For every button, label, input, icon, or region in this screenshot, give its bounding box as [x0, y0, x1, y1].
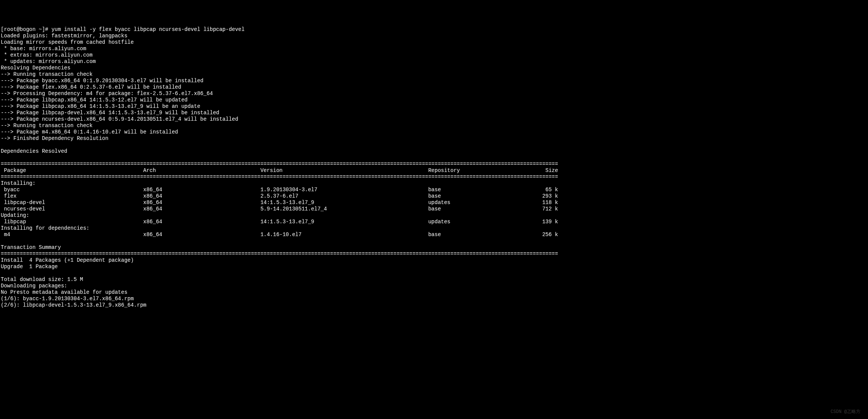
no-presto: No Presto metadata available for updates — [1, 289, 127, 295]
table-row: libpcap x86_64 14:1.5.3-13.el7_9 updates… — [1, 219, 558, 225]
table-row: m4 x86_64 1.4.16-10.el7 base 256 k — [1, 232, 558, 238]
resolving-line: --> Running transaction check — [1, 123, 93, 129]
resolving-line: ---> Package libpcap-devel.x86_64 14:1.5… — [1, 110, 219, 116]
installing-label: Installing: — [1, 180, 35, 186]
resolving-line: ---> Package flex.x86_64 0:2.5.37-6.el7 … — [1, 84, 181, 90]
resolving-line: ---> Package libpcap.x86_64 14:1.5.3-13.… — [1, 103, 200, 109]
download-line: (2/6): libpcap-devel-1.5.3-13.el7_9.x86_… — [1, 302, 146, 308]
separator: ========================================… — [1, 161, 558, 167]
table-row: ncurses-devel x86_64 5.9-14.20130511.el7… — [1, 206, 558, 212]
deps-resolved: Dependencies Resolved — [1, 148, 67, 154]
installing-deps-label: Installing for dependencies: — [1, 225, 89, 231]
loading-line: * extras: mirrors.aliyun.com — [1, 52, 93, 58]
separator: ========================================… — [1, 251, 558, 257]
loading-line: * base: mirrors.aliyun.com — [1, 46, 86, 52]
updating-label: Updating: — [1, 212, 29, 218]
loading-line: Loaded plugins: fastestmirror, langpacks — [1, 33, 127, 39]
install-summary: Install 4 Packages (+1 Dependent package… — [1, 257, 134, 263]
resolving-line: --> Running transaction check — [1, 71, 93, 77]
resolving-header: Resolving Dependencies — [1, 65, 70, 71]
prompt-line: [root@bogon ~]# yum install -y flex byac… — [1, 26, 245, 32]
download-line: (1/6): byacc-1.9.20130304-3.el7.x86_64.r… — [1, 296, 134, 302]
resolving-line: ---> Package byacc.x86_64 0:1.9.20130304… — [1, 78, 204, 84]
loading-line: * updates: mirrors.aliyun.com — [1, 58, 96, 64]
table-row: libpcap-devel x86_64 14:1.5.3-13.el7_9 u… — [1, 200, 558, 206]
upgrade-summary: Upgrade 1 Package — [1, 264, 58, 270]
resolving-line: ---> Package m4.x86_64 0:1.4.16-10.el7 w… — [1, 129, 178, 135]
transaction-summary: Transaction Summary — [1, 244, 61, 250]
separator: ========================================… — [1, 174, 558, 180]
download-size: Total download size: 1.5 M — [1, 276, 83, 282]
resolving-line: ---> Package libpcap.x86_64 14:1.5.3-12.… — [1, 97, 188, 103]
downloading: Downloading packages: — [1, 283, 67, 289]
table-row: flex x86_64 2.5.37-6.el7 base 293 k — [1, 193, 558, 199]
loading-line: Loading mirror speeds from cached hostfi… — [1, 39, 134, 45]
table-row: byacc x86_64 1.9.20130304-3.el7 base 65 … — [1, 187, 558, 193]
resolving-line: --> Finished Dependency Resolution — [1, 135, 109, 141]
resolving-line: --> Processing Dependency: m4 for packag… — [1, 91, 213, 97]
resolving-line: ---> Package ncurses-devel.x86_64 0:5.9-… — [1, 116, 238, 122]
table-header: Package Arch Version Repository Size — [1, 167, 558, 173]
terminal-output: [root@bogon ~]# yum install -y flex byac… — [1, 26, 867, 308]
